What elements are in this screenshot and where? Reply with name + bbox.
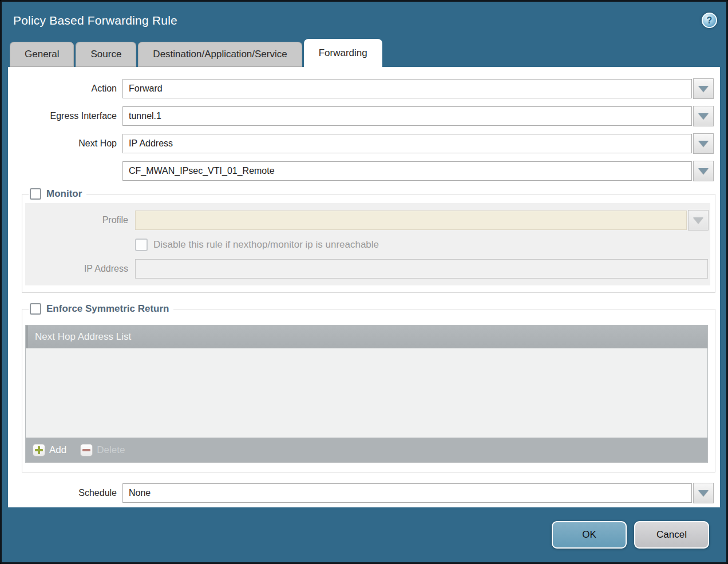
egress-interface-label: Egress Interface [8, 111, 122, 121]
action-label: Action [8, 84, 122, 94]
next-hop-address-list-table: Next Hop Address List Add [25, 325, 708, 463]
monitor-profile-select [135, 210, 687, 230]
next-hop-address-select[interactable]: CF_MWAN_IPsec_VTI_01_Remote [122, 161, 692, 181]
cancel-button[interactable]: Cancel [634, 521, 709, 549]
action-select[interactable]: Forward [122, 79, 692, 98]
action-value: Forward [129, 84, 163, 94]
next-hop-address-list-header-label: Next Hop Address List [35, 331, 131, 343]
next-hop-address-row: CF_MWAN_IPsec_VTI_01_Remote [8, 161, 714, 181]
tab-general[interactable]: General [10, 42, 74, 67]
dialog-titlebar: Policy Based Forwarding Rule ? [2, 2, 726, 39]
action-row: Action Forward [8, 78, 714, 99]
monitor-title: Monitor [46, 188, 82, 200]
schedule-dropdown-button[interactable] [693, 483, 714, 503]
next-hop-dropdown-button[interactable] [693, 133, 714, 154]
help-icon[interactable]: ? [702, 13, 717, 28]
enforce-symmetric-return-checkbox[interactable] [30, 303, 41, 315]
next-hop-row: Next Hop IP Address [8, 133, 714, 154]
tab-forwarding[interactable]: Forwarding [304, 39, 382, 67]
egress-interface-dropdown-button[interactable] [693, 106, 714, 126]
question-mark-glyph: ? [707, 15, 713, 26]
action-dropdown-button[interactable] [693, 78, 714, 99]
monitor-ip-address-label: IP Address [25, 264, 135, 274]
enforce-symmetric-return-legend: Enforce Symmetric Return [29, 303, 173, 315]
ok-button[interactable]: OK [552, 521, 627, 549]
monitor-ip-address-input [135, 259, 708, 279]
tab-destination-application-service[interactable]: Destination/Application/Service [138, 42, 302, 67]
next-hop-address-list-body [26, 348, 707, 438]
schedule-label: Schedule [8, 488, 122, 498]
chevron-down-icon [693, 217, 703, 224]
add-button-label: Add [49, 444, 66, 456]
add-button[interactable]: Add [33, 444, 66, 456]
next-hop-label: Next Hop [8, 138, 122, 149]
monitor-profile-label: Profile [25, 215, 135, 225]
schedule-select[interactable]: None [122, 483, 692, 503]
enforce-symmetric-return-section: Enforce Symmetric Return Next Hop Addres… [22, 303, 715, 472]
next-hop-address-value: CF_MWAN_IPsec_VTI_01_Remote [129, 166, 275, 176]
next-hop-type-value: IP Address [129, 138, 173, 149]
monitor-panel: Profile Disable this rule if nexthop/mon… [25, 203, 710, 285]
delete-button: Delete [80, 444, 125, 456]
schedule-row: Schedule None [8, 483, 714, 503]
dialog-footer: OK Cancel [2, 507, 726, 562]
next-hop-address-list-toolbar: Add Delete [26, 438, 707, 462]
next-hop-address-list-header: Next Hop Address List [26, 325, 707, 348]
egress-interface-row: Egress Interface tunnel.1 [8, 106, 714, 126]
policy-based-forwarding-dialog: Policy Based Forwarding Rule ? General S… [0, 0, 728, 564]
disable-rule-checkbox [135, 239, 148, 251]
forwarding-tab-panel: Action Forward Egress Interface tunnel.1… [8, 67, 720, 507]
monitor-disable-rule-row: Disable this rule if nexthop/monitor ip … [25, 239, 709, 251]
egress-interface-select[interactable]: tunnel.1 [122, 106, 692, 126]
next-hop-type-select[interactable]: IP Address [122, 134, 692, 153]
monitor-legend: Monitor [29, 188, 86, 200]
enforce-symmetric-return-title: Enforce Symmetric Return [46, 303, 169, 315]
disable-rule-label: Disable this rule if nexthop/monitor ip … [153, 239, 379, 251]
chevron-down-icon [698, 86, 709, 92]
monitor-profile-row: Profile [25, 210, 709, 231]
monitor-checkbox[interactable] [30, 188, 41, 200]
dialog-title: Policy Based Forwarding Rule [13, 14, 177, 27]
chevron-down-icon [698, 113, 709, 120]
egress-interface-value: tunnel.1 [129, 111, 161, 121]
chevron-down-icon [698, 141, 709, 147]
next-hop-address-dropdown-button[interactable] [693, 161, 714, 181]
minus-icon [80, 444, 93, 456]
monitor-profile-dropdown-button [688, 210, 709, 231]
plus-icon [33, 444, 45, 456]
chevron-down-icon [698, 168, 709, 174]
chevron-down-icon [698, 490, 709, 497]
monitor-section: Monitor Profile Disable this rule if nex… [22, 188, 715, 293]
tab-source[interactable]: Source [76, 42, 136, 67]
delete-button-label: Delete [97, 444, 125, 456]
monitor-ip-address-row: IP Address [25, 259, 709, 279]
schedule-value: None [129, 488, 151, 498]
tab-bar: General Source Destination/Application/S… [2, 39, 726, 67]
